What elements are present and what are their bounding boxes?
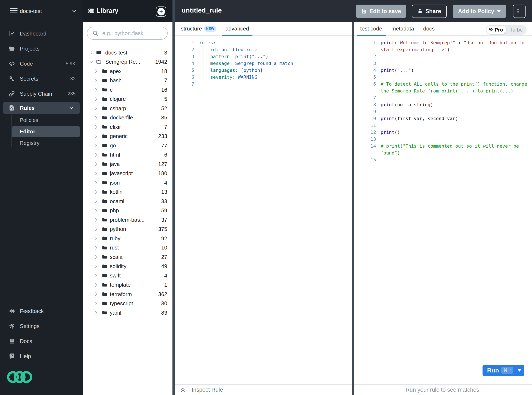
tree-row-SemgrepRe[interactable]: Semgrep Re...1942 — [83, 57, 172, 67]
test-code-editor[interactable]: 1print("Welcome to Semgrep!" + "Use our … — [354, 36, 532, 384]
chevron-right-icon[interactable] — [93, 199, 99, 204]
chevron-right-icon[interactable] — [93, 97, 99, 102]
tab-structure[interactable]: structure NEW — [177, 22, 220, 35]
tree-row-template[interactable]: template1 — [83, 280, 172, 290]
tree-row-json[interactable]: json4 — [83, 178, 172, 187]
chevron-right-icon[interactable] — [93, 87, 99, 92]
chevron-right-icon[interactable] — [93, 180, 99, 185]
chevron-right-icon[interactable] — [93, 236, 99, 241]
tree-row-dockerfile[interactable]: dockerfile35 — [83, 113, 172, 123]
chevron-right-icon[interactable] — [89, 50, 94, 55]
chevron-right-icon[interactable] — [93, 310, 99, 315]
chevron-right-icon[interactable] — [93, 69, 99, 74]
chevron-right-icon[interactable] — [93, 273, 99, 278]
chevron-right-icon[interactable] — [93, 264, 99, 269]
sidebar-item-registry[interactable]: Registry — [0, 137, 83, 149]
turbo-segment[interactable]: Turbo — [506, 27, 526, 33]
tree-row-scala[interactable]: scala27 — [83, 252, 172, 262]
sidebar-item-docs[interactable]: Docs — [0, 334, 83, 349]
chevron-right-icon[interactable] — [93, 208, 99, 213]
sidebar-item-secrets[interactable]: Secrets 32 — [0, 71, 83, 86]
chevron-right-icon[interactable] — [93, 292, 99, 297]
tree-row-apex[interactable]: apex18 — [83, 67, 172, 76]
sidebar-item-code[interactable]: Code 5.9K — [0, 56, 83, 71]
tree-row-rust[interactable]: rust10 — [83, 243, 172, 253]
tree-row-ruby[interactable]: ruby92 — [83, 234, 172, 243]
workspace-switcher[interactable]: docs-test — [0, 0, 83, 22]
sidebar-item-dashboard[interactable]: Dashboard — [0, 26, 83, 41]
chevron-right-icon[interactable] — [93, 106, 99, 111]
edit-to-save-button[interactable]: Edit to save — [356, 5, 406, 18]
chevron-right-icon[interactable] — [93, 152, 99, 157]
tree-row-typescript[interactable]: typescript30 — [83, 299, 172, 308]
tree-row-terraform[interactable]: terraform362 — [83, 290, 172, 299]
tree-row-csharp[interactable]: csharp52 — [83, 104, 172, 113]
pro-segment[interactable]: Pro — [486, 26, 506, 34]
chevron-right-icon[interactable] — [93, 134, 99, 139]
tree-row-solidity[interactable]: solidity49 — [83, 262, 172, 271]
library-search-input[interactable] — [102, 30, 161, 37]
workspace-name[interactable]: docs-test — [20, 8, 42, 14]
run-options-caret[interactable] — [518, 369, 521, 372]
sidebar-item-help[interactable]: ? Help — [0, 349, 83, 364]
chevron-right-icon[interactable] — [93, 245, 99, 250]
tree-row-html[interactable]: html6 — [83, 150, 172, 160]
tree-row-java[interactable]: java127 — [83, 159, 172, 169]
sidebar-item-rules[interactable]: Rules — [3, 102, 80, 114]
tree-row-docs-test[interactable]: docs-test3 — [83, 48, 172, 57]
hamburger-menu-icon[interactable] — [10, 8, 17, 15]
sidebar-item-policies[interactable]: Policies — [0, 114, 83, 126]
tree-row-c[interactable]: c16 — [83, 85, 172, 95]
sidebar-item-projects[interactable]: Projects — [0, 41, 83, 56]
rule-yaml-editor[interactable]: 1rules:2 - id: untitled_rule3 pattern: p… — [175, 36, 352, 384]
tree-row-ocaml[interactable]: ocaml33 — [83, 197, 172, 206]
chevron-right-icon[interactable] — [93, 143, 99, 148]
chevron-down-icon[interactable] — [89, 60, 94, 65]
tree-row-kotlin[interactable]: kotlin13 — [83, 187, 172, 197]
tab-metadata[interactable]: metadata — [388, 22, 417, 35]
chevron-right-icon[interactable] — [93, 190, 99, 195]
library-search[interactable] — [87, 27, 168, 40]
tree-row-swift[interactable]: swift4 — [83, 271, 172, 280]
inspect-rule-toggle[interactable]: Inspect Rule — [180, 387, 223, 393]
tree-row-elixir[interactable]: elixir7 — [83, 122, 172, 132]
chevron-right-icon[interactable] — [93, 162, 99, 167]
code-line: 6 severity: WARNING — [175, 74, 352, 81]
share-button[interactable]: Share — [412, 5, 447, 18]
tree-row-yaml[interactable]: yaml83 — [83, 308, 172, 318]
run-button[interactable]: Run ⌘⏎ — [483, 365, 524, 376]
chevron-right-icon[interactable] — [93, 115, 99, 120]
sidebar-item-settings[interactable]: Settings — [0, 318, 83, 334]
tree-row-problem-bas[interactable]: problem-bas...37 — [83, 215, 172, 225]
new-rule-button[interactable]: + — [156, 6, 166, 17]
more-options-button[interactable] — [513, 5, 526, 18]
tab-test-code[interactable]: test code — [357, 22, 386, 35]
panel-resize-handle[interactable] — [172, 0, 175, 395]
chevron-right-icon[interactable] — [93, 301, 99, 306]
tree-row-clojure[interactable]: clojure5 — [83, 95, 172, 104]
secrets-count-badge: 32 — [70, 76, 76, 82]
sidebar-item-supply-chain[interactable]: Supply Chain 235 — [0, 86, 83, 101]
tree-row-generic[interactable]: generic233 — [83, 132, 172, 141]
chevron-right-icon[interactable] — [93, 124, 99, 129]
tab-docs[interactable]: docs — [420, 22, 438, 35]
panel-resize-handle[interactable] — [352, 22, 354, 395]
chevron-right-icon[interactable] — [93, 78, 99, 83]
code-line: 1rules: — [175, 39, 352, 46]
chevron-right-icon[interactable] — [93, 227, 99, 232]
tree-row-javascript[interactable]: javascript180 — [83, 169, 172, 178]
chevron-right-icon[interactable] — [93, 254, 99, 259]
tree-row-go[interactable]: go77 — [83, 141, 172, 150]
sidebar-item-editor[interactable]: Editor — [12, 126, 80, 137]
tab-advanced[interactable]: advanced — [222, 22, 252, 35]
folder-icon — [102, 310, 107, 315]
chevron-right-icon[interactable] — [93, 282, 99, 287]
tree-row-php[interactable]: php59 — [83, 206, 172, 215]
chevron-right-icon[interactable] — [93, 217, 99, 222]
pro-turbo-toggle[interactable]: Pro Turbo — [486, 25, 527, 35]
chevron-right-icon[interactable] — [93, 171, 99, 176]
add-to-policy-button[interactable]: Add to Policy — [453, 5, 506, 18]
tree-row-bash[interactable]: bash7 — [83, 76, 172, 85]
tree-row-python[interactable]: python375 — [83, 225, 172, 234]
sidebar-item-feedback[interactable]: Feedback — [0, 304, 83, 318]
